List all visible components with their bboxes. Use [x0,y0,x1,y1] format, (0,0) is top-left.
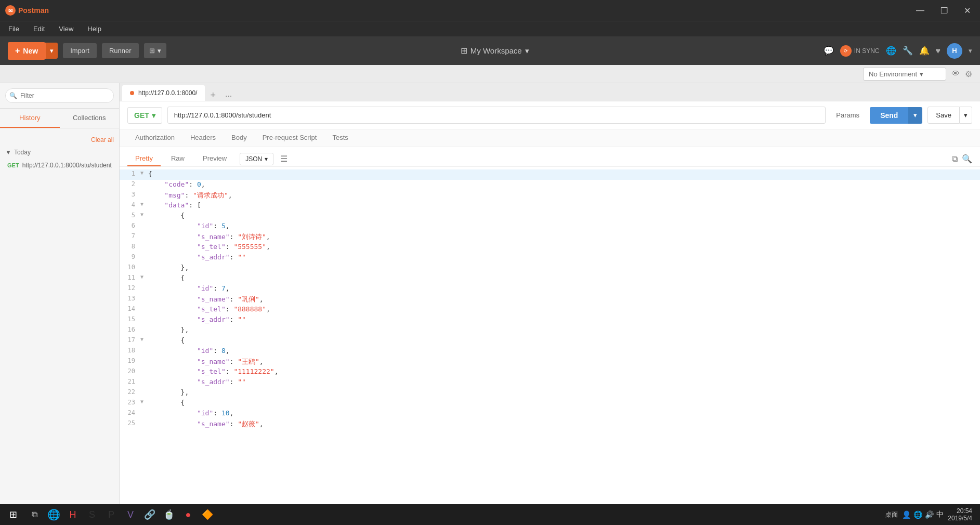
eye-button[interactable]: 👁 [951,69,960,78]
environment-select[interactable]: No Environment ▾ [863,68,946,81]
fold-arrow[interactable]: ▼ [140,274,148,283]
menu-edit[interactable]: Edit [30,23,48,35]
close-button[interactable]: ✕ [960,4,975,18]
json-line: 24 "id": 10, [120,409,980,419]
request-tab-active[interactable]: http://127.0.0.1:8000/ [122,85,205,101]
json-line: 10 }, [120,263,980,273]
desktop-label[interactable]: 桌面 [885,510,898,519]
network-icon[interactable]: 🌐 [913,510,922,519]
copy-button[interactable]: ⧉ [952,154,958,164]
clock-time: 20:54 [948,507,972,515]
new-button[interactable]: + New [8,42,45,60]
line-number: 8 [120,243,140,252]
more-tabs-button[interactable]: ··· [221,91,236,101]
json-line: 7 "s_name": "刘诗诗", [120,232,980,242]
avatar-dropdown[interactable]: ▾ [969,47,972,55]
json-content: "s_tel": "888888", [148,305,980,314]
sublime-icon[interactable]: S [84,506,100,523]
auth-tab[interactable]: Authorization [127,129,182,147]
add-tab-button[interactable]: + [206,90,220,101]
request-bar: GET ▾ Params Send ▾ Save ▾ [120,101,980,129]
fold-arrow[interactable]: ▼ [140,336,148,346]
app5-icon[interactable]: 🔗 [141,506,158,523]
method-select[interactable]: GET ▾ [127,107,162,124]
heart-icon[interactable]: ♥ [936,46,941,56]
send-dropdown-button[interactable]: ▾ [908,107,922,124]
line-number: 11 [120,274,140,283]
preview-tab[interactable]: Preview [195,151,234,166]
json-content: { [148,212,980,221]
avatar-button[interactable]: H [947,43,962,59]
fold-arrow[interactable]: ▼ [140,201,148,211]
raw-tab[interactable]: Raw [163,151,192,166]
send-button[interactable]: Send [870,107,908,124]
sidebar-search-area: 🔍 [0,83,119,109]
fold-arrow[interactable]: ▼ [140,399,148,408]
request-tab-bar: http://127.0.0.1:8000/ + ··· [120,83,980,101]
get-method-badge: GET [7,162,19,168]
minimize-button[interactable]: — [912,4,929,18]
fold-arrow [140,357,148,366]
maximize-button[interactable]: ❒ [936,4,952,18]
fold-arrow [140,191,148,200]
workspace-button[interactable]: ⊞ My Workspace ▾ [461,46,529,56]
start-button[interactable]: ⊞ [3,504,23,525]
line-number: 25 [120,419,140,429]
json-content: "s_name": "刘诗诗", [148,232,980,242]
collections-tab[interactable]: Collections [60,109,120,128]
volume-icon[interactable]: 🔊 [925,510,934,519]
app8-icon[interactable]: 🔶 [199,506,216,523]
menu-help[interactable]: Help [84,23,104,35]
builder-button[interactable]: ⊞ ▾ [144,43,166,58]
history-item[interactable]: GET http://127.0.0.1:8000/stu/student [5,159,114,172]
filter-input[interactable] [5,88,114,103]
env-dropdown-icon: ▾ [920,70,923,78]
person-icon[interactable]: 👤 [902,510,911,519]
app7-icon[interactable]: ● [180,506,197,523]
fold-arrow[interactable]: ▼ [140,212,148,221]
app-logo: ✉ Postman [5,5,49,16]
app6-icon[interactable]: 🍵 [161,506,177,523]
import-button[interactable]: Import [63,43,97,58]
fold-arrow [140,253,148,262]
json-content: }, [148,388,980,398]
url-input[interactable] [167,107,826,124]
body-tab[interactable]: Body [224,129,255,147]
line-number: 6 [120,222,140,231]
menu-view[interactable]: View [56,23,76,35]
json-line: 12 "id": 7, [120,284,980,294]
headers-tab[interactable]: Headers [182,129,224,147]
wrap-button[interactable]: ☰ [276,152,292,166]
clear-all-button[interactable]: Clear all [5,134,114,146]
fold-arrow[interactable]: ▼ [140,170,148,179]
hbuilder-icon[interactable]: H [64,506,81,523]
line-number: 20 [120,368,140,377]
pre-request-tab[interactable]: Pre-request Script [255,129,325,147]
json-line: 17 ▼ { [120,336,980,346]
comment-icon[interactable]: 💬 [824,46,834,56]
chrome-icon[interactable]: 🌐 [45,506,62,523]
fold-arrow [140,305,148,314]
format-select[interactable]: JSON ▾ [240,153,273,165]
settings-icon[interactable]: 🔧 [903,46,913,56]
menu-file[interactable]: File [5,23,22,35]
new-dropdown-button[interactable]: ▾ [45,43,58,59]
save-dropdown-button[interactable]: ▾ [960,107,972,124]
pretty-tab[interactable]: Pretty [127,151,161,166]
history-tab[interactable]: History [0,109,60,128]
params-button[interactable]: Params [831,108,865,123]
runner-button[interactable]: Runner [102,43,139,58]
line-number: 22 [120,388,140,398]
pycharm-icon[interactable]: P [103,506,120,523]
notifications-icon[interactable]: 🔔 [919,46,930,56]
tests-tab[interactable]: Tests [324,129,356,147]
task-view-button[interactable]: ⧉ [26,506,43,523]
workspace-grid-icon: ⊞ [461,46,467,56]
save-button[interactable]: Save [927,107,960,124]
line-number: 21 [120,378,140,387]
search-response-button[interactable]: 🔍 [962,154,972,164]
browse-icon[interactable]: 🌐 [886,46,896,56]
language-icon[interactable]: 中 [936,510,944,519]
vs-icon[interactable]: V [122,506,139,523]
manage-env-button[interactable]: ⚙ [965,69,972,79]
